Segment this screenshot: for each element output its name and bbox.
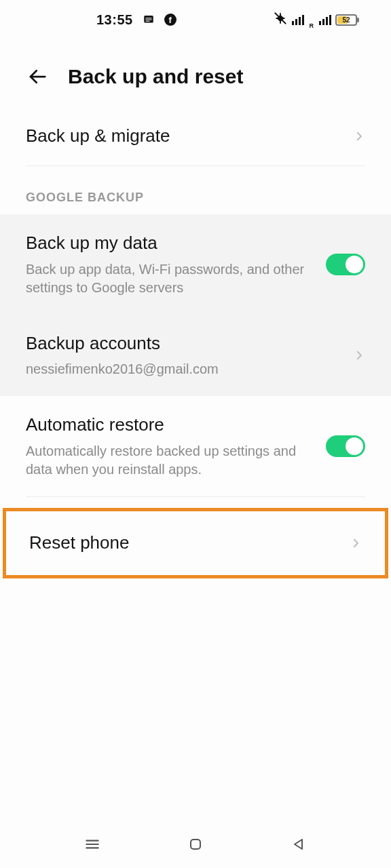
- page-title: Back up and reset: [68, 65, 243, 88]
- divider: [26, 496, 365, 497]
- page-header: Back up and reset: [0, 39, 391, 107]
- chevron-right-icon: [353, 349, 365, 361]
- row-backup-my-data[interactable]: Back up my data Back up app data, Wi-Fi …: [0, 214, 391, 315]
- svg-rect-6: [191, 840, 200, 849]
- back-button[interactable]: [26, 65, 49, 88]
- row-title: Back up & migrate: [26, 125, 341, 148]
- row-title: Automatic restore: [26, 414, 314, 437]
- signal-1-icon: [292, 15, 304, 25]
- nav-back-button[interactable]: [287, 833, 310, 856]
- row-reset-phone[interactable]: Reset phone: [6, 511, 385, 575]
- row-subtitle: Automatically restore backed up settings…: [26, 442, 314, 479]
- toggle-backup-my-data[interactable]: [326, 254, 365, 275]
- toggle-automatic-restore[interactable]: [326, 435, 365, 457]
- roaming-label: R: [310, 22, 314, 29]
- row-subtitle: Back up app data, Wi-Fi passwords, and o…: [26, 260, 314, 297]
- chevron-right-icon: [350, 537, 362, 549]
- row-automatic-restore[interactable]: Automatic restore Automatically restore …: [0, 396, 391, 496]
- nav-recent-button[interactable]: [81, 833, 104, 856]
- highlight-reset-phone: Reset phone: [3, 508, 388, 578]
- battery-percent: 52: [342, 16, 350, 24]
- signal-2-icon: [319, 15, 331, 25]
- message-icon: [143, 14, 155, 26]
- section-label-google-backup: GOOGLE BACKUP: [0, 166, 391, 214]
- status-time: 13:55: [96, 12, 133, 28]
- chevron-right-icon: [353, 130, 365, 142]
- row-title: Reset phone: [29, 532, 337, 555]
- row-subtitle: nessiefimenko2016@gmail.com: [26, 360, 341, 378]
- svg-rect-0: [144, 16, 153, 23]
- row-title: Back up my data: [26, 232, 314, 255]
- status-bar: 13:55 f R 52: [0, 0, 391, 39]
- row-title: Backup accounts: [26, 332, 341, 355]
- battery-icon: 52: [335, 14, 357, 26]
- nav-home-button[interactable]: [184, 833, 207, 856]
- system-navbar: [0, 821, 391, 868]
- facebook-icon: f: [164, 14, 176, 26]
- svg-marker-7: [295, 840, 302, 849]
- row-backup-migrate[interactable]: Back up & migrate: [0, 107, 391, 165]
- mute-icon: [273, 11, 288, 29]
- row-backup-accounts[interactable]: Backup accounts nessiefimenko2016@gmail.…: [0, 315, 391, 397]
